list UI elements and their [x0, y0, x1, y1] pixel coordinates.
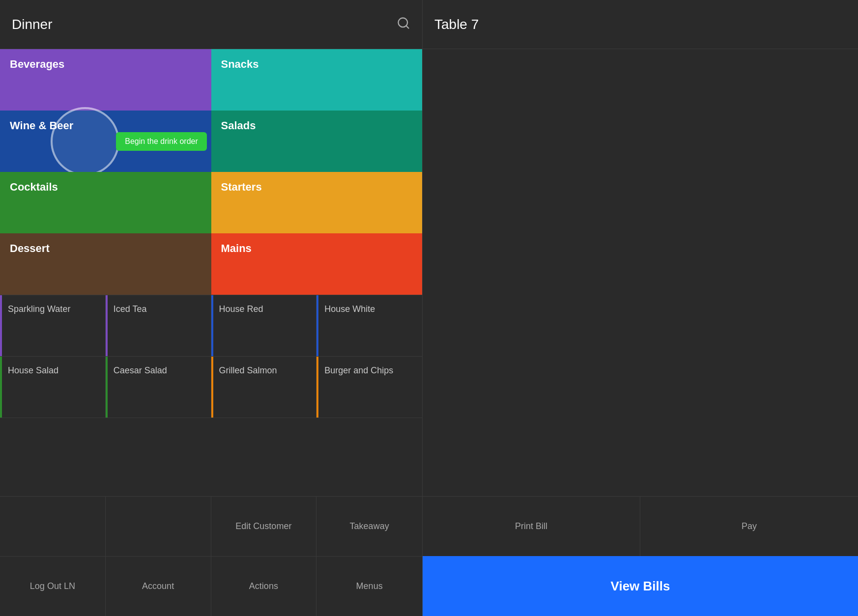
search-button[interactable]	[397, 16, 410, 33]
svg-line-1	[406, 26, 408, 28]
account-button[interactable]: Account	[106, 557, 211, 616]
page-title: Dinner	[12, 17, 52, 32]
bottom-nav-row: Log Out LN Account Actions Menus	[0, 556, 422, 616]
bottom-area: Edit Customer Takeaway Log Out LN Accoun…	[0, 418, 422, 616]
item-sparkling-water[interactable]: Sparkling Water	[0, 295, 106, 357]
view-bills-button[interactable]: View Bills	[423, 556, 858, 616]
item-house-salad[interactable]: House Salad	[0, 357, 106, 418]
left-panel: Dinner Beverages Snacks Wine & Beer Begi…	[0, 0, 423, 616]
begin-drink-order-button[interactable]: Begin the drink order	[116, 132, 207, 151]
empty-cell-1	[0, 497, 106, 556]
main-container: Dinner Beverages Snacks Wine & Beer Begi…	[0, 0, 858, 616]
category-dessert[interactable]: Dessert	[0, 233, 211, 295]
log-out-button[interactable]: Log Out LN	[0, 557, 106, 616]
category-cocktails[interactable]: Cocktails	[0, 172, 211, 233]
wine-beer-circle-highlight	[51, 107, 119, 176]
bill-row: Print Bill Pay	[423, 496, 858, 556]
category-beverages-label: Beverages	[10, 58, 64, 71]
category-snacks-label: Snacks	[221, 58, 259, 71]
item-grid: Sparkling Water Iced Tea House Red House…	[0, 295, 422, 418]
item-grilled-salmon[interactable]: Grilled Salmon	[211, 357, 317, 418]
actions-button[interactable]: Actions	[211, 557, 317, 616]
category-wine-beer[interactable]: Wine & Beer Begin the drink order	[0, 111, 211, 172]
takeaway-button[interactable]: Takeaway	[316, 497, 422, 556]
category-starters-label: Starters	[221, 181, 262, 194]
item-burger-and-chips[interactable]: Burger and Chips	[316, 357, 422, 418]
category-grid: Beverages Snacks Wine & Beer Begin the d…	[0, 49, 422, 295]
category-beverages[interactable]: Beverages	[0, 49, 211, 111]
edit-row: Edit Customer Takeaway	[0, 496, 422, 556]
category-starters[interactable]: Starters	[211, 172, 423, 233]
pay-button[interactable]: Pay	[640, 497, 858, 556]
left-header: Dinner	[0, 0, 422, 49]
table-title: Table 7	[434, 17, 479, 32]
category-salads-label: Salads	[221, 119, 256, 132]
category-mains-label: Mains	[221, 242, 252, 255]
right-header: Table 7	[423, 0, 858, 49]
item-house-white[interactable]: House White	[316, 295, 422, 357]
right-panel: Table 7 Print Bill Pay View Bills	[423, 0, 858, 616]
category-wine-beer-label: Wine & Beer	[10, 119, 73, 132]
menus-button[interactable]: Menus	[316, 557, 422, 616]
item-iced-tea[interactable]: Iced Tea	[106, 295, 211, 357]
category-snacks[interactable]: Snacks	[211, 49, 423, 111]
right-content	[423, 49, 858, 496]
category-cocktails-label: Cocktails	[10, 181, 58, 194]
print-bill-button[interactable]: Print Bill	[423, 497, 640, 556]
category-salads[interactable]: Salads	[211, 111, 423, 172]
category-mains[interactable]: Mains	[211, 233, 423, 295]
empty-cell-2	[106, 497, 211, 556]
item-caesar-salad[interactable]: Caesar Salad	[106, 357, 211, 418]
edit-customer-button[interactable]: Edit Customer	[211, 497, 317, 556]
category-dessert-label: Dessert	[10, 242, 50, 255]
right-bottom: Print Bill Pay View Bills	[423, 496, 858, 616]
item-house-red[interactable]: House Red	[211, 295, 317, 357]
